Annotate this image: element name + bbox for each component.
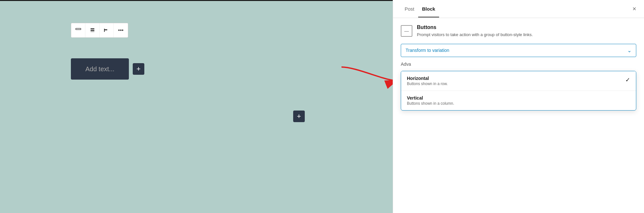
chevron-down-icon: ⌄ [627,47,631,53]
vertical-desc: Buttons shown in a column. [407,101,454,106]
block-text: Buttons Prompt visitors to take action w… [417,24,533,38]
add-text-block: Add text... + [71,58,144,80]
horizontal-desc: Buttons shown in a row. [407,82,448,86]
block-description: Prompt visitors to take action with a gr… [417,32,533,38]
dropdown-item-horizontal[interactable]: Horizontal Buttons shown in a row. ✓ [401,71,636,91]
variation-dropdown-popup: Horizontal Buttons shown in a row. ✓ Ver… [401,71,636,111]
dropdown-item-vertical-content: Vertical Buttons shown in a column. [407,95,454,106]
dropdown-item-horizontal-content: Horizontal Buttons shown in a row. [407,76,448,86]
canvas-area: ••• Add text... + + [0,0,393,213]
add-inner-plus-button[interactable]: + [133,63,144,75]
svg-rect-0 [76,28,81,30]
block-info: — Buttons Prompt visitors to take action… [401,24,636,38]
horizontal-title: Horizontal [407,76,448,81]
adva-text: Adva [401,62,636,67]
center-plus-icon: + [297,112,301,121]
add-text-button[interactable]: Add text... [71,58,129,80]
svg-rect-4 [104,29,107,30]
plus-icon: + [137,65,141,73]
sidebar-header: Post Block × [393,0,644,18]
block-toolbar: ••• [71,23,128,38]
transform-label: Transform to variation [406,48,449,53]
dropdown-item-vertical[interactable]: Vertical Buttons shown in a column. [401,91,636,110]
svg-rect-1 [91,28,94,29]
toolbar-btn-wide[interactable] [71,23,85,37]
block-title: Buttons [417,24,533,30]
block-icon: — [401,25,412,37]
sidebar: Post Block × — Buttons Prompt visitors t… [393,0,644,213]
sidebar-content: — Buttons Prompt visitors to take action… [393,18,644,213]
svg-rect-3 [91,32,94,32]
center-add-button[interactable]: + [293,111,305,122]
close-button[interactable]: × [632,5,636,13]
tab-post[interactable]: Post [401,1,418,17]
svg-rect-2 [91,30,94,31]
toolbar-btn-more[interactable]: ••• [114,23,128,37]
toolbar-btn-justify[interactable] [100,23,114,37]
tab-block[interactable]: Block [418,1,439,17]
vertical-title: Vertical [407,95,454,101]
transform-dropdown[interactable]: Transform to variation ⌄ [401,44,636,57]
toolbar-btn-align[interactable] [85,23,100,37]
check-icon: ✓ [625,76,630,83]
more-icon: ••• [118,27,124,33]
